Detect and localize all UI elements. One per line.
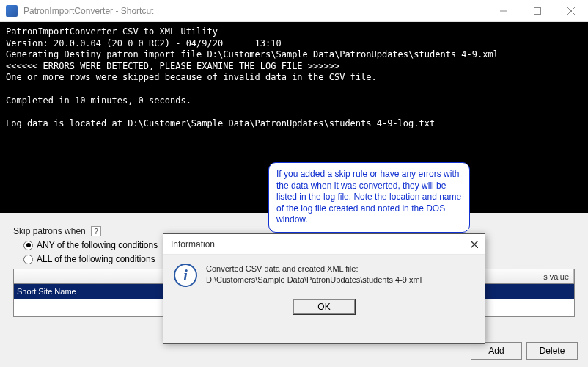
console-line: <<<<<< ERRORS WERE DETECTED, PLEASE EXAM… <box>6 61 339 71</box>
console-line: PatronImportConverter CSV to XML Utility <box>6 26 218 37</box>
console-line: Generating Destiny patron import file D:… <box>6 49 499 59</box>
row-cell: Short Site Name <box>17 287 76 296</box>
console-line: One or more rows were skipped because of… <box>6 72 377 82</box>
help-icon[interactable]: ? <box>91 226 101 236</box>
dialog-close-button[interactable] <box>468 239 480 250</box>
radio-all-label: ALL of the following conditions <box>37 254 155 264</box>
dialog-titlebar: Information <box>163 234 485 255</box>
radio-any-label: ANY of the following conditions <box>37 240 158 250</box>
radio-all[interactable] <box>23 255 33 264</box>
console-line: Completed in 10 minutes, 0 seconds. <box>6 95 191 106</box>
close-button[interactable] <box>554 0 588 22</box>
minimize-button[interactable] <box>487 0 521 22</box>
annotation-callout: If you added a skip rule or have any err… <box>268 162 470 233</box>
skip-patrons-label: Skip patrons when <box>13 226 86 236</box>
dialog-message-line: D:\Customers\Sample Data\PatronUpdates\s… <box>206 275 422 286</box>
information-dialog: Information i Converted CSV data and cre… <box>163 233 485 344</box>
grid-col-3[interactable]: s value <box>476 269 574 283</box>
maximize-button[interactable] <box>521 0 554 22</box>
console-line: Log data is located at D:\Customer\Sampl… <box>6 118 435 128</box>
window-controls <box>487 0 588 22</box>
panel-buttons: Add Delete <box>471 342 578 360</box>
dialog-message-line: Converted CSV data and created XML file: <box>206 264 422 275</box>
svg-rect-1 <box>534 8 541 15</box>
delete-button[interactable]: Delete <box>526 342 578 360</box>
console-line: Version: 20.0.0.04 (20_0_0_RC2) - 04/9/2… <box>6 38 282 48</box>
radio-any[interactable] <box>23 241 33 250</box>
titlebar: PatronImportConverter - Shortcut <box>0 0 588 22</box>
add-button[interactable]: Add <box>471 342 522 360</box>
dialog-title: Information <box>171 239 215 250</box>
dialog-message: Converted CSV data and created XML file:… <box>206 264 422 287</box>
callout-text: If you added a skip rule or have any err… <box>276 169 461 225</box>
grid-col-1[interactable]: D <box>14 269 183 283</box>
window-title: PatronImportConverter - Shortcut <box>23 6 153 16</box>
info-icon: i <box>174 264 197 287</box>
ok-button[interactable]: OK <box>293 299 356 315</box>
dialog-body: i Converted CSV data and created XML fil… <box>163 255 485 343</box>
app-icon <box>6 5 18 17</box>
